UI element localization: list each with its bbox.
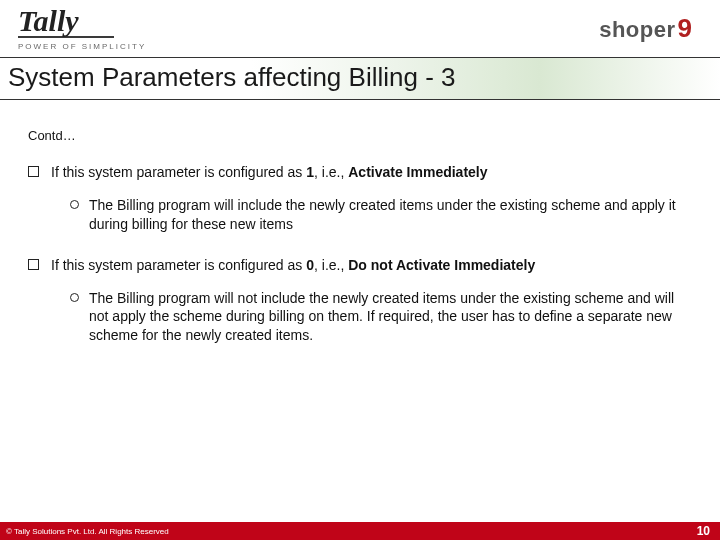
title-bar: System Parameters affecting Billing - 3 xyxy=(0,57,720,100)
bullet-2: If this system parameter is configured a… xyxy=(28,256,690,275)
shoper-logo-nine: 9 xyxy=(678,13,692,44)
slide: Tally POWER OF SIMPLICITY shoper 9 Syste… xyxy=(0,0,720,540)
sub-bullet-1: The Billing program will include the new… xyxy=(70,196,690,234)
tally-logo-block: Tally POWER OF SIMPLICITY xyxy=(18,6,146,51)
sub-bullet-2-text: The Billing program will not include the… xyxy=(89,289,690,346)
page-number: 10 xyxy=(697,524,710,538)
tally-tagline: POWER OF SIMPLICITY xyxy=(18,42,146,51)
sub-bullet-1-text: The Billing program will include the new… xyxy=(89,196,690,234)
bullet-2-text: If this system parameter is configured a… xyxy=(51,256,690,275)
tally-logo: Tally xyxy=(18,6,79,36)
sub-bullet-2: The Billing program will not include the… xyxy=(70,289,690,346)
header: Tally POWER OF SIMPLICITY shoper 9 xyxy=(0,0,720,53)
circle-bullet-icon xyxy=(70,293,79,302)
shoper-logo-text: shoper xyxy=(599,17,675,43)
shoper-logo-block: shoper 9 xyxy=(599,13,692,44)
contd-label: Contd… xyxy=(28,128,690,143)
slide-title: System Parameters affecting Billing - 3 xyxy=(8,62,710,93)
bullet-1: If this system parameter is configured a… xyxy=(28,163,690,182)
copyright-text: © Tally Solutions Pvt. Ltd. All Rights R… xyxy=(6,527,169,536)
content-area: Contd… If this system parameter is confi… xyxy=(0,100,720,345)
square-bullet-icon xyxy=(28,166,39,177)
bullet-1-text: If this system parameter is configured a… xyxy=(51,163,690,182)
footer-bar: © Tally Solutions Pvt. Ltd. All Rights R… xyxy=(0,522,720,540)
square-bullet-icon xyxy=(28,259,39,270)
circle-bullet-icon xyxy=(70,200,79,209)
